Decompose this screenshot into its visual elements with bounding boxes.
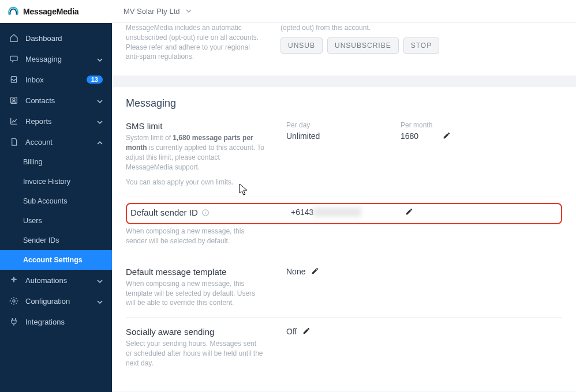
default-sender-prefix: +6143	[291, 208, 313, 217]
sidebar-item-label: Automations	[25, 276, 90, 285]
socially-aware-section: Socially aware sending Select your sendi…	[126, 318, 562, 377]
socially-aware-heading: Socially aware sending	[126, 327, 270, 337]
edit-socially-aware-button[interactable]	[302, 327, 311, 337]
default-template-value: None	[286, 267, 305, 276]
chevron-down-icon	[97, 298, 103, 304]
pill-unsub: UNSUB	[280, 37, 323, 54]
socially-aware-value: Off	[286, 327, 297, 336]
sidebar-item-label: Integrations	[25, 318, 103, 326]
sidebar-item-label: Inbox	[25, 76, 80, 84]
default-sender-value: +6143XXXXXXXX	[291, 208, 361, 217]
sidebar-item-dashboard[interactable]: Dashboard	[0, 28, 112, 48]
default-sender-highlight: Default sender ID +6143XXXXXXXX	[126, 203, 562, 224]
sidebar-item-label: Contacts	[25, 96, 90, 105]
chart-icon	[9, 116, 18, 126]
chevron-down-icon	[97, 56, 103, 62]
sidebar-item-reports[interactable]: Reports	[0, 111, 112, 131]
chat-icon	[9, 54, 18, 63]
sidebar-item-label: Billing	[23, 158, 103, 166]
per-month-value: 1680	[401, 131, 432, 141]
sidebar-item-inbox[interactable]: Inbox 13	[0, 69, 112, 90]
info-icon[interactable]	[201, 209, 210, 217]
sidebar-item-automations[interactable]: Automations	[0, 270, 112, 291]
sidebar-item-contacts[interactable]: Contacts	[0, 90, 112, 111]
sms-limit-desc: System limit of 1,680 message parts per …	[126, 133, 264, 172]
brand-name: MessageMedia	[23, 7, 78, 16]
opt-out-pill-group: UNSUB UNSUBSCRIBE STOP	[280, 37, 439, 54]
sidebar-item-label: Account	[25, 138, 90, 146]
plug-icon	[9, 317, 18, 326]
chevron-down-icon	[97, 118, 103, 124]
sidebar-item-integrations[interactable]: Integrations	[0, 311, 112, 332]
sidebar-item-label: Messaging	[25, 55, 90, 63]
sms-limit-section: SMS limit System limit of 1,680 message …	[126, 112, 562, 197]
edit-default-sender-button[interactable]	[405, 208, 413, 217]
file-icon	[9, 137, 18, 146]
sidebar-sub-account-settings[interactable]: Account Settings	[0, 250, 112, 270]
opt-out-card: MessageMedia includes an automatic unsub…	[112, 23, 576, 76]
default-sender-hidden: XXXXXXXX	[313, 208, 361, 217]
inbox-badge: 13	[87, 76, 103, 84]
sidebar-sub-invoice-history[interactable]: Invoice History	[0, 172, 112, 191]
contacts-icon	[9, 96, 18, 105]
messaging-title: Messaging	[126, 97, 562, 110]
messaging-card: Messaging SMS limit System limit of 1,68…	[112, 87, 576, 391]
sidebar-item-configuration[interactable]: Configuration	[0, 291, 112, 311]
opt-out-desc: MessageMedia includes an automatic unsub…	[126, 23, 264, 62]
brand-icon	[7, 5, 20, 18]
sidebar-sub-users[interactable]: Users	[0, 211, 112, 231]
svg-rect-0	[10, 56, 17, 61]
sidebar-item-label: Sender IDs	[23, 236, 103, 244]
chevron-down-icon	[186, 7, 192, 16]
sidebar-item-label: Sub Accounts	[23, 197, 103, 205]
gear-icon	[9, 296, 18, 306]
per-day-value: Unlimited	[286, 131, 384, 141]
inbox-icon	[9, 75, 18, 84]
sidebar-item-label: Users	[23, 217, 103, 225]
sms-limit-heading: SMS limit	[126, 121, 270, 131]
sidebar-item-account[interactable]: Account	[0, 131, 112, 152]
edit-sms-limit-button[interactable]	[443, 131, 451, 142]
sidebar-item-label: Dashboard	[25, 34, 103, 43]
per-day-label: Per day	[286, 121, 384, 129]
sidebar-nav: Dashboard Messaging Inbox 13 Contacts Re…	[0, 23, 112, 392]
home-icon	[9, 33, 18, 43]
default-sender-heading: Default sender ID	[130, 208, 275, 217]
chevron-down-icon	[97, 277, 103, 283]
sidebar-item-label: Reports	[25, 117, 90, 126]
svg-point-4	[13, 300, 15, 302]
sidebar-item-label: Configuration	[25, 297, 90, 306]
per-month-label: Per month	[401, 121, 432, 129]
brand-logo: MessageMedia	[0, 0, 112, 23]
sparkle-icon	[9, 276, 18, 285]
sidebar-item-messaging[interactable]: Messaging	[0, 48, 112, 69]
default-sender-heading-text: Default sender ID	[130, 208, 198, 217]
sidebar-sub-sender-ids[interactable]: Sender IDs	[0, 231, 112, 250]
chevron-down-icon	[97, 97, 103, 103]
default-sender-desc: When composing a new message, this sende…	[126, 227, 264, 246]
sidebar-sub-sub-accounts[interactable]: Sub Accounts	[0, 191, 112, 211]
default-template-heading: Default message template	[126, 267, 270, 277]
pill-stop: STOP	[403, 37, 439, 54]
default-template-desc: When composing a new message, this templ…	[126, 279, 264, 308]
opt-out-subdesc: (opted out) from this account.	[280, 23, 419, 33]
org-switcher[interactable]: MV Solar Pty Ltd	[124, 7, 192, 16]
edit-default-template-button[interactable]	[311, 267, 319, 277]
org-name: MV Solar Pty Ltd	[124, 7, 180, 16]
socially-aware-desc: Select your sending hours. Messages sent…	[126, 339, 264, 368]
svg-point-3	[13, 99, 15, 101]
top-bar: MV Solar Pty Ltd	[112, 0, 576, 23]
default-template-section: Default message template When composing …	[126, 258, 562, 318]
sms-limit-desc2: You can also apply your own limits.	[126, 178, 264, 187]
sidebar-item-label: Invoice History	[23, 178, 103, 186]
sidebar-item-label: Account Settings	[23, 256, 103, 264]
sms-limit-desc-post: is currently applied to this account. To…	[126, 144, 264, 171]
sms-limit-desc-pre: System limit of	[126, 134, 173, 142]
chevron-up-icon	[97, 139, 103, 145]
pill-unsubscribe: UNSUBSCRIBE	[327, 37, 399, 54]
sidebar-sub-billing[interactable]: Billing	[0, 152, 112, 172]
